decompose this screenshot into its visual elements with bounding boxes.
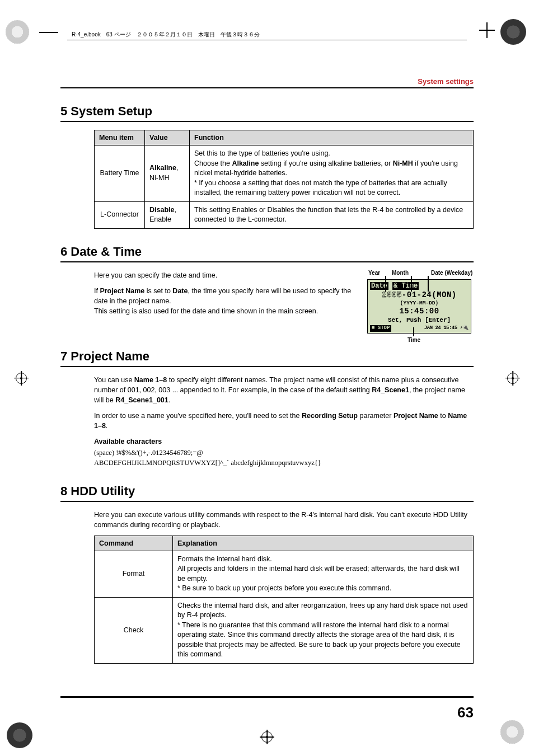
sec5-heading: 5 System Setup	[60, 104, 474, 122]
sec5-body: Menu item Value Function Battery Time Al…	[94, 130, 474, 229]
sec5-r1-menu: L-Connector	[95, 201, 145, 228]
page-number: 63	[457, 704, 474, 721]
lcd-screen: Date & Time 2005-01-24(MON) (YYYY-MM-DD)…	[367, 279, 471, 334]
crop-corner-tl-icon	[6, 20, 29, 44]
lcd-label-year: Year	[368, 269, 380, 278]
table-row: Format Formats the internal hard disk.Al…	[95, 551, 474, 597]
sec5-r1-value: Disable,Enable	[145, 201, 190, 228]
arrow-year-icon	[385, 276, 386, 292]
sec7-heading: 7 Project Name	[60, 349, 474, 367]
header-crop-cross-icon	[479, 22, 495, 40]
sec6-p2: If Project Name is set to Date, the time…	[94, 286, 357, 316]
section-header: System settings	[60, 77, 474, 88]
sec8-r1-cmd: Check	[95, 597, 173, 663]
sec5-table: Menu item Value Function Battery Time Al…	[94, 130, 474, 229]
header-rule	[67, 40, 467, 40]
sec8-table: Command Explanation Format Formats the i…	[94, 536, 474, 664]
sec5-th-func: Function	[190, 130, 474, 145]
lcd-diagram: Year Month Date (Weekday) Date & Time 20…	[367, 270, 474, 334]
sec8-body: Here you can execute various utility com…	[94, 510, 474, 664]
sec7-subhead: Available characters	[94, 436, 474, 447]
crop-corner-tr-icon	[500, 19, 526, 45]
sec8-r0-exp: Formats the internal hard disk.All proje…	[173, 551, 474, 597]
lcd-date-year: 2005	[382, 290, 402, 299]
sec7-p2: In order to use a name you've specified …	[94, 411, 474, 431]
arrow-time-icon	[413, 327, 414, 336]
sec6-p1: Here you can specify the date and time.	[94, 270, 357, 280]
section-header-text: System settings	[418, 77, 474, 86]
sec6-body: Here you can specify the date and time. …	[94, 270, 474, 334]
sec5-r0-func: Set this to the type of batteries you're…	[190, 145, 474, 202]
lcd-status-left: ■ STOP	[370, 325, 391, 331]
page-content: System settings 5 System Setup Menu item…	[60, 77, 474, 696]
sec8-th-cmd: Command	[95, 536, 173, 551]
reg-mark-bottom-icon	[261, 731, 273, 743]
reg-mark-left-icon	[16, 373, 27, 384]
lcd-date-fmt: (YYYY-MM-DD)	[370, 300, 469, 307]
crop-corner-bl-icon	[7, 722, 32, 748]
lcd-label-month: Month	[392, 269, 409, 278]
sec6-heading: 6 Date & Time	[60, 245, 474, 262]
sec7-body: You can use Name 1–8 to specify eight di…	[94, 375, 474, 468]
sec5-r1-func: This setting Enables or Disables the fun…	[190, 201, 474, 228]
lcd-date-rest: -01-24(MON)	[402, 290, 457, 299]
sec8-r1-exp: Checks the internal hard disk, and after…	[173, 597, 474, 663]
table-row: Battery Time Alkaline,Ni-MH Set this to …	[95, 145, 474, 202]
sec5-th-menu: Menu item	[95, 130, 145, 145]
lcd-time: 15:45:00	[370, 307, 469, 317]
print-header: R-4_e.book 63 ページ ２００５年２月１０日 木曜日 午後３時３６分	[72, 31, 260, 39]
sec7-chars1: (space) !#$%&'()+,-.01234546789;=@	[94, 448, 474, 458]
lcd-hint: Set, Push [Enter]	[370, 317, 469, 325]
lcd-label-time: Time	[407, 336, 420, 345]
arrow-date-icon	[428, 276, 429, 292]
sec8-th-exp: Explanation	[173, 536, 474, 551]
table-row: L-Connector Disable,Enable This setting …	[95, 201, 474, 228]
lcd-title2: & Time	[392, 282, 419, 290]
sec8-heading: 8 HDD Utility	[60, 484, 474, 502]
sec5-th-value: Value	[145, 130, 190, 145]
header-crop-line-icon	[39, 27, 58, 40]
sec8-r0-cmd: Format	[95, 551, 173, 597]
lcd-status-right: JAN 24 15:45 ⚡🔌	[424, 325, 469, 331]
bottom-rule	[60, 696, 474, 698]
sec7-p1: You can use Name 1–8 to specify eight di…	[94, 375, 474, 405]
sec8-intro: Here you can execute various utility com…	[94, 510, 474, 530]
table-row: Check Checks the internal hard disk, and…	[95, 597, 474, 663]
lcd-label-date: Date (Weekday)	[431, 269, 472, 278]
sec5-r0-value: Alkaline,Ni-MH	[145, 145, 190, 202]
reg-mark-right-icon	[507, 373, 518, 384]
crop-corner-br-icon	[500, 720, 524, 744]
arrow-month-icon	[411, 276, 412, 292]
sec5-r0-menu: Battery Time	[95, 145, 145, 202]
sec7-chars2: ABCDEFGHIJKLMNOPQRSTUVWXYZ[]^_` abcdefgh…	[94, 458, 474, 468]
